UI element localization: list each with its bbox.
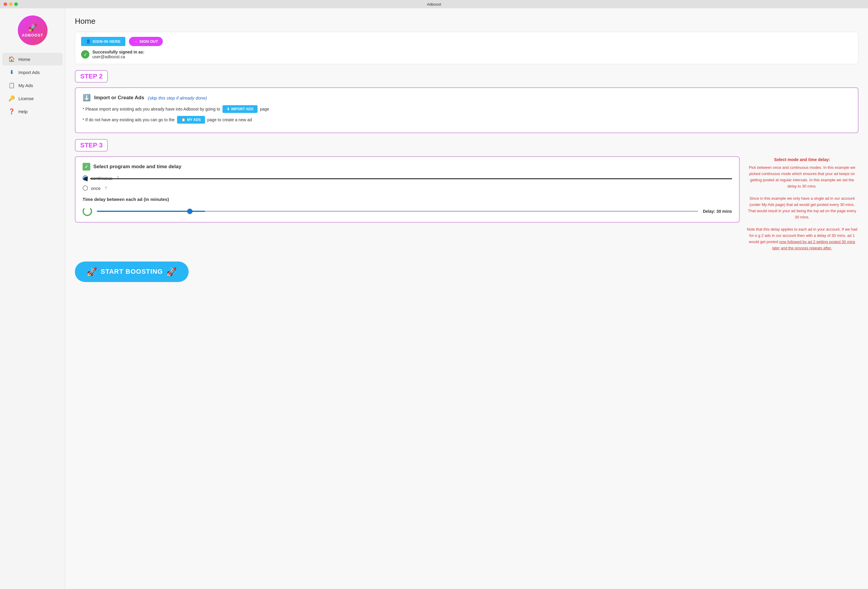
sidebar-item-home[interactable]: 🏠 Home: [2, 53, 63, 65]
time-delay-section: Time delay between each ad (in minutes) …: [83, 197, 732, 216]
app-container: 🚀 ADBOOST 🏠 Home ⬇ Import Ads 📋 My Ads 🔑…: [0, 8, 868, 589]
step3-section-title: ✓ Select program mode and time delay: [83, 163, 732, 170]
signin-button[interactable]: 👤 SIGN-IN HERE: [81, 37, 125, 46]
tooltip-line9: your ad being the top ad on the page eve…: [782, 209, 856, 219]
signout-label: SIGN OUT: [139, 39, 158, 44]
step2-skip-link[interactable]: (skip this step if already done): [148, 95, 207, 101]
import-ads-btn-label: IMPORT ADS: [231, 107, 253, 111]
start-boosting-label: START BOOSTING: [101, 268, 163, 275]
start-boosting-button[interactable]: 🚀 START BOOSTING 🚀: [75, 262, 189, 282]
step2-desc1-pre: * Please import any existing ads you alr…: [83, 107, 220, 111]
step3-label: STEP 3: [80, 141, 102, 149]
sidebar-item-import-ads[interactable]: ⬇ Import Ads: [2, 66, 63, 78]
once-radio-button[interactable]: [83, 185, 88, 191]
download-circle-icon: ⬇️: [83, 94, 91, 102]
import-ads-button[interactable]: ⬇ IMPORT ADS: [223, 105, 258, 113]
step3-left: ✓ Select program mode and time delay con…: [75, 156, 740, 252]
sidebar: 🚀 ADBOOST 🏠 Home ⬇ Import Ads 📋 My Ads 🔑…: [0, 8, 65, 589]
home-icon: 🏠: [8, 56, 15, 62]
license-icon: 🔑: [8, 95, 15, 102]
import-icon-btn: ⬇: [227, 107, 230, 111]
step2-header: STEP 2: [75, 70, 108, 83]
step2-desc1-post: page: [260, 107, 269, 111]
sidebar-item-help[interactable]: ❓ Help: [2, 105, 63, 118]
help-icon: ❓: [8, 108, 15, 115]
once-radio-item: once ?: [83, 185, 732, 191]
signin-box: 👤 SIGN-IN HERE → SIGN OUT ✓ Successfully…: [75, 32, 859, 64]
sidebar-item-home-label: Home: [18, 57, 30, 62]
signin-status-label: Successfully signed in as:: [92, 50, 145, 55]
success-check-icon: ✓: [81, 50, 89, 59]
arrow-container: ◀: [83, 175, 732, 182]
start-boosting-container: 🚀 START BOOSTING 🚀: [75, 259, 859, 282]
step2-desc1: * Please import any existing ads you alr…: [83, 105, 851, 113]
spinner-icon: [83, 207, 92, 216]
once-label: once: [91, 186, 101, 191]
arrow-line: [90, 178, 732, 179]
step3-right: Select mode and time delay: Pick between…: [745, 156, 859, 252]
delay-label: Delay: 30 mins: [703, 209, 732, 214]
step2-desc2: * If do not have any existing ads you ca…: [83, 116, 851, 124]
mode-radio-group: continuous ? ◀ once ?: [83, 175, 732, 191]
tooltip-line5: to 30 mins.: [798, 184, 817, 188]
rocket-left-icon: 🚀: [87, 267, 97, 277]
slider-container: Delay: 30 mins: [83, 207, 732, 216]
tooltip-line4: regular intervals. In this example we se…: [780, 178, 854, 188]
logo-text: ADBOOST: [22, 33, 43, 37]
step3-header: STEP 3: [75, 139, 108, 152]
my-ads-btn-label: MY ADS: [187, 118, 201, 122]
person-icon: 👤: [86, 39, 91, 44]
tooltip-body: Pick between once and continuous modes. …: [745, 165, 859, 251]
step2-desc2-post: page to create a new ad: [207, 117, 252, 122]
sidebar-item-my-ads[interactable]: 📋 My Ads: [2, 79, 63, 92]
step2-label: STEP 2: [80, 73, 102, 80]
nav-list: 🏠 Home ⬇ Import Ads 📋 My Ads 🔑 License ❓…: [0, 52, 65, 118]
tooltip-box: Select mode and time delay: Pick between…: [745, 156, 859, 252]
page-title: Home: [75, 17, 859, 26]
my-ads-icon-btn: 📋: [181, 118, 186, 122]
step3-container: STEP 3 ✓ Select program mode and time de…: [75, 139, 859, 252]
step3-layout: ✓ Select program mode and time delay con…: [75, 156, 859, 252]
signin-status-text: Successfully signed in as: user@adboost.…: [92, 50, 145, 59]
sidebar-item-import-label: Import Ads: [18, 70, 40, 75]
titlebar: Adboost: [0, 0, 868, 8]
time-delay-title: Time delay between each ad (in minutes): [83, 197, 732, 202]
my-ads-icon: 📋: [8, 82, 15, 89]
step2-box: ⬇️ Import or Create Ads (skip this step …: [75, 87, 859, 133]
sidebar-item-license[interactable]: 🔑 License: [2, 92, 63, 105]
signin-label: SIGN-IN HERE: [93, 39, 121, 44]
sidebar-item-help-label: Help: [18, 109, 28, 114]
signout-button[interactable]: → SIGN OUT: [129, 37, 163, 46]
signin-status: ✓ Successfully signed in as: user@adboos…: [81, 50, 852, 59]
tooltip-line1: Pick between once and continuous modes. …: [749, 165, 834, 170]
slider-track: [97, 211, 698, 212]
step2-title-text: Import or Create Ads: [94, 95, 144, 101]
green-checkmark-icon: ✓: [83, 163, 90, 170]
tooltip-line10: mins.: [800, 215, 809, 219]
minimize-button[interactable]: [9, 2, 12, 6]
user-email: user@adboost.ca: [92, 55, 125, 59]
tooltip-line15: and the process repeats after.: [781, 246, 832, 250]
logo: 🚀 ADBOOST: [18, 15, 47, 45]
once-help-icon[interactable]: ?: [105, 186, 107, 191]
step2-desc2-pre: * If do not have any existing ads you ca…: [83, 117, 175, 122]
sidebar-item-license-label: License: [18, 96, 34, 101]
tooltip-line11: Note that this delay applies to each ad …: [747, 227, 825, 231]
signin-buttons: 👤 SIGN-IN HERE → SIGN OUT: [81, 37, 852, 46]
import-icon: ⬇: [8, 69, 15, 75]
arrow-left-icon: ◀: [83, 175, 88, 182]
window-title: Adboost: [427, 2, 441, 6]
my-ads-button[interactable]: 📋 MY ADS: [177, 116, 205, 124]
tooltip-title: Select mode and time delay:: [745, 156, 859, 163]
step2-container: STEP 2 ⬇️ Import or Create Ads (skip thi…: [75, 70, 859, 133]
traffic-lights: [4, 2, 18, 6]
slider-thumb[interactable]: [187, 209, 192, 214]
main-content: Home 👤 SIGN-IN HERE → SIGN OUT ✓: [65, 8, 868, 589]
maximize-button[interactable]: [14, 2, 18, 6]
step3-title-text: Select program mode and time delay: [93, 164, 182, 170]
rocket-right-icon: 🚀: [166, 267, 177, 277]
logo-rocket-icon: 🚀: [28, 24, 37, 32]
close-button[interactable]: [4, 2, 7, 6]
step3-box: ✓ Select program mode and time delay con…: [75, 156, 740, 223]
signin-section: 👤 SIGN-IN HERE → SIGN OUT ✓ Successfully…: [81, 37, 852, 59]
